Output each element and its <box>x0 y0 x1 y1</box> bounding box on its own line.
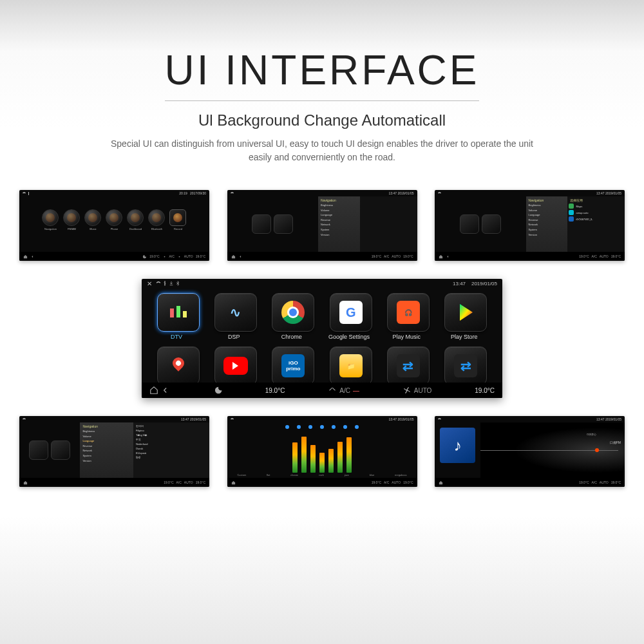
app-launcher-pm[interactable]: 🎧 Play Music <box>383 293 433 340</box>
app-launcher-chrome[interactable]: Chrome <box>269 293 318 340</box>
settings-menu: NavigationBrightnessVolumeLanguageRevers… <box>526 196 568 252</box>
dock-app[interactable]: Navigation <box>42 209 60 231</box>
moon-icon[interactable] <box>213 386 222 395</box>
app-tile[interactable] <box>51 440 70 460</box>
home-icon[interactable] <box>23 254 28 259</box>
menu-item[interactable]: System <box>527 227 567 232</box>
temp-right: 19.0°C <box>475 387 495 394</box>
eq-preset[interactable]: jazz <box>345 473 349 477</box>
ac-label[interactable]: A/C <box>339 387 350 394</box>
menu-item[interactable]: Reverse <box>527 218 567 223</box>
app-launcher-dtv[interactable]: DTV <box>153 293 203 340</box>
back-icon[interactable] <box>446 254 450 259</box>
menu-item[interactable]: System <box>319 227 359 232</box>
app-tile[interactable] <box>460 214 479 234</box>
dock-app[interactable]: Bluetooth <box>148 209 166 231</box>
home-icon[interactable] <box>149 386 158 395</box>
menu-item[interactable]: Version <box>81 459 132 464</box>
menu-item[interactable]: Volume <box>527 208 567 213</box>
nav-app-item[interactable]: amap auto <box>569 209 623 216</box>
menu-item[interactable]: Network <box>81 448 132 453</box>
dock-app[interactable]: FM/AM <box>63 209 81 231</box>
eq-bar[interactable] <box>319 453 325 473</box>
menu-item[interactable]: Version <box>319 232 359 238</box>
app-tile[interactable] <box>29 440 48 460</box>
eq-bar[interactable] <box>292 442 298 473</box>
close-icon[interactable]: ✕ <box>147 280 152 287</box>
app-tile[interactable] <box>274 214 293 234</box>
eq-preset[interactable]: megabass <box>395 473 406 477</box>
home-icon[interactable] <box>439 480 443 485</box>
eq-preset[interactable]: blue <box>370 473 375 477</box>
app-name: iGO687WD_IL <box>576 218 592 221</box>
eq-bar[interactable] <box>301 437 307 473</box>
auto-label: AUTO <box>600 480 609 484</box>
menu-item[interactable]: Brightness <box>527 203 567 208</box>
app-tile[interactable] <box>482 214 501 234</box>
igo-icon: iGOprimo <box>281 354 305 377</box>
fan-icon[interactable] <box>402 386 412 395</box>
dock-app[interactable]: Dashboard <box>127 209 145 231</box>
dock-app[interactable]: Record <box>169 209 187 231</box>
dock-app[interactable]: Music <box>84 209 102 231</box>
hero-title: UI INTERFACE <box>165 46 480 101</box>
home-icon[interactable] <box>439 254 443 259</box>
album-art[interactable]: ♪ <box>440 428 475 463</box>
eq-bar[interactable] <box>310 445 316 473</box>
eq-bar[interactable] <box>328 449 334 473</box>
language-item[interactable]: Nederland <box>135 442 208 446</box>
airflow-icon[interactable] <box>328 386 337 395</box>
dock-app[interactable]: Phone <box>106 209 124 231</box>
nav-cn-icon: ⇄ <box>454 354 477 377</box>
nav-app-item[interactable]: Maps <box>569 203 623 209</box>
language-item[interactable]: Tiếng Việt <box>135 433 208 437</box>
eq-preset[interactable]: Custom <box>237 473 246 477</box>
back-icon[interactable] <box>238 254 243 259</box>
app-tile[interactable] <box>252 214 271 234</box>
menu-item[interactable]: Volume <box>81 434 132 439</box>
home-icon[interactable] <box>231 254 236 259</box>
menu-item[interactable]: Language <box>527 213 567 218</box>
menu-item[interactable]: Language <box>81 439 132 444</box>
menu-item[interactable]: Version <box>527 232 567 238</box>
ac-label: A/C <box>384 254 389 258</box>
language-item[interactable]: Ελληνικά <box>135 451 208 455</box>
eq-bar[interactable] <box>337 442 343 473</box>
thumb-home-dock: 20:19 2017/09/30 Navigation FM/AM Music … <box>19 190 209 261</box>
eq-preset[interactable]: flat <box>267 473 270 477</box>
auto-label[interactable]: AUTO <box>414 387 432 394</box>
menu-item[interactable]: Brightness <box>81 429 132 434</box>
back-icon[interactable] <box>30 254 35 259</box>
waveform[interactable]: 口袋FM O澎湃心 <box>480 422 625 478</box>
back-icon[interactable] <box>161 386 170 395</box>
menu-item[interactable]: Network <box>527 222 567 227</box>
language-item[interactable]: Filipino <box>135 428 208 433</box>
menu-item[interactable]: Reverse <box>81 444 132 449</box>
menu-item[interactable]: System <box>81 453 132 459</box>
home-icon[interactable] <box>231 480 236 485</box>
nav-app-list: 选择应用 Mapsamap autoiGO687WD_IL <box>567 196 625 252</box>
svg-rect-4 <box>183 311 187 317</box>
app-launcher-dsp[interactable]: ∿ DSP <box>211 293 260 340</box>
language-item[interactable]: 中文 <box>135 437 208 442</box>
nav-app-item[interactable]: iGO687WD_IL <box>569 216 623 222</box>
app-launcher-ps[interactable]: Play Store <box>441 293 491 340</box>
temp-right: 19.0°C <box>403 480 413 484</box>
language-item[interactable]: 한국어 <box>135 424 208 428</box>
menu-item[interactable]: Network <box>319 222 359 227</box>
language-item[interactable]: Dansk <box>135 446 208 451</box>
eq-preset[interactable]: classic <box>290 473 298 477</box>
app-launcher-g[interactable]: G Google Settings <box>326 293 375 340</box>
eq-bar[interactable] <box>346 437 352 473</box>
menu-item[interactable]: Volume <box>319 208 359 213</box>
eq-preset[interactable]: rock <box>319 473 324 477</box>
home-icon[interactable] <box>23 480 28 485</box>
language-item[interactable]: हिन्दी <box>135 455 208 460</box>
menu-item[interactable]: Reverse <box>319 218 359 223</box>
dock-app-label: Phone <box>106 227 124 231</box>
playhead[interactable] <box>595 448 599 452</box>
menu-item[interactable]: Brightness <box>319 203 359 208</box>
track-label: 口袋FM <box>610 440 621 444</box>
maps-icon <box>169 356 188 375</box>
menu-item[interactable]: Language <box>319 213 359 218</box>
